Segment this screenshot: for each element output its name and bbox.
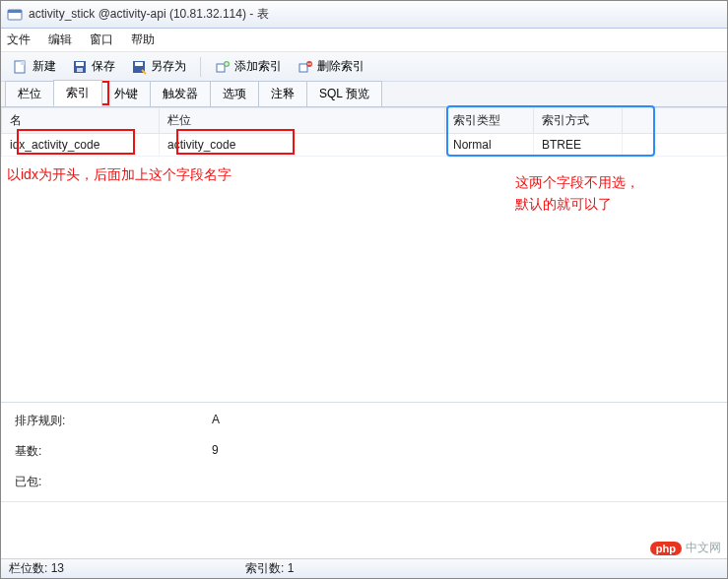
detail-cardinality: 基数: 9 bbox=[15, 443, 713, 460]
delete-index-label: 删除索引 bbox=[317, 58, 364, 75]
new-icon bbox=[13, 59, 29, 75]
annotation-text-left: 以idx为开头，后面加上这个字段名字 bbox=[7, 166, 232, 184]
tab-sql-preview[interactable]: SQL 预览 bbox=[306, 81, 382, 106]
grid-header-row: 名 栏位 索引类型 索引方式 bbox=[2, 108, 727, 134]
window-title: activity_stick @activity-api (10.81.32.1… bbox=[29, 6, 269, 23]
toolbar: 新建 保存 另存为 添加索引 删除索引 bbox=[1, 52, 727, 82]
save-as-button[interactable]: 另存为 bbox=[125, 56, 192, 77]
annotation-text-right-2: 默认的就可以了 bbox=[515, 196, 612, 214]
cell-index-type[interactable]: Normal bbox=[445, 134, 534, 157]
cell-index-method[interactable]: BTREE bbox=[534, 134, 623, 157]
detail-cardinality-label: 基数: bbox=[15, 443, 212, 460]
save-icon bbox=[72, 59, 88, 75]
add-index-icon bbox=[215, 59, 231, 75]
save-as-label: 另存为 bbox=[151, 58, 186, 75]
tab-options[interactable]: 选项 bbox=[210, 81, 259, 106]
detail-cardinality-value: 9 bbox=[212, 443, 219, 460]
add-index-button[interactable]: 添加索引 bbox=[209, 56, 288, 77]
menu-edit[interactable]: 编辑 bbox=[48, 32, 72, 48]
save-as-icon bbox=[131, 59, 147, 75]
svg-rect-3 bbox=[21, 61, 25, 65]
new-label: 新建 bbox=[33, 58, 56, 75]
svg-rect-8 bbox=[135, 62, 143, 66]
index-grid-area: 名 栏位 索引类型 索引方式 idx_activity_code activit… bbox=[1, 107, 727, 403]
new-button[interactable]: 新建 bbox=[7, 56, 62, 77]
svg-rect-11 bbox=[299, 64, 307, 72]
tab-indexes[interactable]: 索引 bbox=[53, 80, 102, 106]
svg-rect-5 bbox=[76, 62, 84, 66]
header-field[interactable]: 栏位 bbox=[160, 108, 445, 134]
detail-sort-value: A bbox=[212, 413, 220, 429]
save-button[interactable]: 保存 bbox=[66, 56, 121, 77]
svg-rect-9 bbox=[217, 64, 225, 72]
header-index-method[interactable]: 索引方式 bbox=[534, 108, 623, 134]
save-label: 保存 bbox=[92, 58, 115, 75]
delete-index-button[interactable]: 删除索引 bbox=[292, 56, 370, 77]
menubar: 文件 编辑 窗口 帮助 bbox=[1, 29, 727, 52]
delete-index-icon bbox=[298, 59, 313, 75]
detail-packed-label: 已包: bbox=[15, 474, 212, 490]
svg-rect-1 bbox=[8, 10, 22, 13]
index-details: 排序规则: A 基数: 9 已包: bbox=[1, 403, 727, 501]
add-index-label: 添加索引 bbox=[234, 58, 282, 75]
cell-spacer bbox=[623, 134, 727, 157]
menu-help[interactable]: 帮助 bbox=[131, 32, 155, 48]
lower-panel bbox=[1, 501, 727, 550]
statusbar: 栏位数: 13 索引数: 1 bbox=[1, 558, 727, 578]
tab-foreign-keys[interactable]: 外键 bbox=[101, 81, 151, 106]
tab-fields[interactable]: 栏位 bbox=[5, 81, 54, 106]
index-grid[interactable]: 名 栏位 索引类型 索引方式 idx_activity_code activit… bbox=[1, 107, 727, 157]
status-index-count: 索引数: 1 bbox=[245, 560, 442, 577]
header-index-type[interactable]: 索引类型 bbox=[445, 108, 534, 134]
tab-triggers[interactable]: 触发器 bbox=[150, 81, 211, 106]
menu-window[interactable]: 窗口 bbox=[90, 32, 113, 48]
app-icon bbox=[7, 7, 23, 23]
tab-comment[interactable]: 注释 bbox=[258, 81, 307, 106]
tabbar: 栏位 索引 外键 触发器 选项 注释 SQL 预览 bbox=[1, 82, 727, 107]
table-row[interactable]: idx_activity_code activity_code Normal B… bbox=[2, 134, 727, 157]
detail-sort: 排序规则: A bbox=[15, 413, 713, 429]
status-field-count: 栏位数: 13 bbox=[9, 560, 206, 577]
detail-packed: 已包: bbox=[15, 474, 713, 490]
cell-name[interactable]: idx_activity_code bbox=[2, 134, 160, 157]
header-spacer bbox=[623, 108, 727, 134]
cell-field[interactable]: activity_code bbox=[160, 134, 445, 157]
watermark: php 中文网 bbox=[650, 540, 721, 556]
watermark-site: 中文网 bbox=[686, 540, 721, 556]
annotation-text-right-1: 这两个字段不用选， bbox=[515, 174, 639, 192]
menu-file[interactable]: 文件 bbox=[7, 32, 31, 48]
toolbar-separator bbox=[200, 57, 201, 77]
header-name[interactable]: 名 bbox=[2, 108, 160, 134]
detail-sort-label: 排序规则: bbox=[15, 413, 212, 429]
titlebar: activity_stick @activity-api (10.81.32.1… bbox=[1, 1, 727, 29]
watermark-brand: php bbox=[650, 542, 682, 555]
svg-rect-6 bbox=[77, 68, 83, 72]
